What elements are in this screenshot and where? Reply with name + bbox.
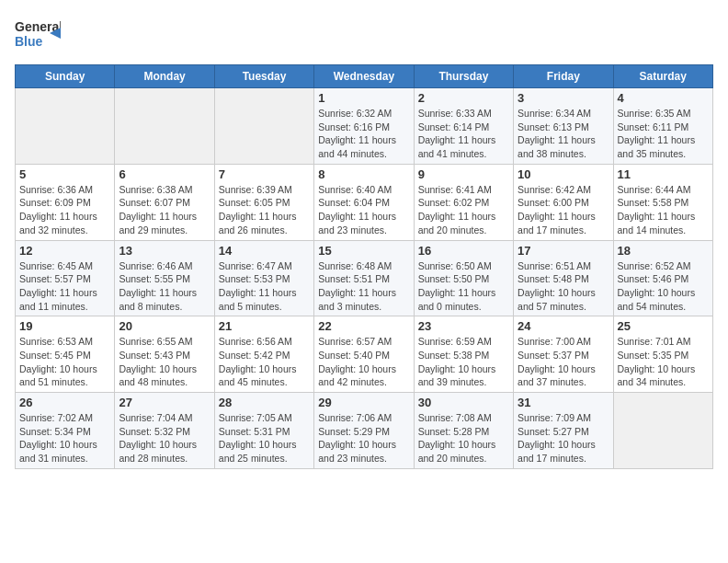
day-number: 14 [219, 244, 310, 258]
calendar-cell: 18Sunrise: 6:52 AM Sunset: 5:46 PM Dayli… [613, 240, 712, 316]
day-number: 11 [618, 167, 709, 181]
day-number: 15 [318, 244, 409, 258]
calendar-cell: 11Sunrise: 6:44 AM Sunset: 5:58 PM Dayli… [613, 164, 712, 240]
calendar-cell [214, 88, 313, 165]
calendar-cell: 14Sunrise: 6:47 AM Sunset: 5:53 PM Dayli… [214, 240, 313, 316]
day-number: 29 [318, 396, 409, 409]
day-info: Sunrise: 6:47 AM Sunset: 5:53 PM Dayligh… [219, 259, 310, 314]
logo-icon: General Blue [15, 15, 61, 55]
day-number: 30 [418, 396, 509, 409]
calendar-cell: 9Sunrise: 6:41 AM Sunset: 6:02 PM Daylig… [414, 164, 513, 240]
day-info: Sunrise: 6:41 AM Sunset: 6:02 PM Dayligh… [418, 183, 509, 237]
day-number: 18 [618, 244, 709, 258]
calendar-cell: 8Sunrise: 6:40 AM Sunset: 6:04 PM Daylig… [314, 164, 414, 240]
calendar-cell: 16Sunrise: 6:50 AM Sunset: 5:50 PM Dayli… [414, 240, 513, 316]
calendar-cell: 7Sunrise: 6:39 AM Sunset: 6:05 PM Daylig… [214, 164, 313, 240]
day-number: 12 [19, 244, 110, 258]
svg-text:Blue: Blue [15, 34, 43, 49]
calendar-week-3: 12Sunrise: 6:45 AM Sunset: 5:57 PM Dayli… [16, 240, 713, 316]
day-number: 24 [518, 319, 609, 333]
calendar-cell [115, 88, 214, 165]
calendar-cell: 17Sunrise: 6:51 AM Sunset: 5:48 PM Dayli… [514, 240, 613, 316]
day-info: Sunrise: 6:44 AM Sunset: 5:58 PM Dayligh… [618, 183, 709, 237]
calendar-cell: 13Sunrise: 6:46 AM Sunset: 5:55 PM Dayli… [115, 240, 214, 316]
calendar-cell: 12Sunrise: 6:45 AM Sunset: 5:57 PM Dayli… [16, 240, 115, 316]
day-info: Sunrise: 6:56 AM Sunset: 5:42 PM Dayligh… [219, 335, 310, 389]
calendar-cell: 27Sunrise: 7:04 AM Sunset: 5:32 PM Dayli… [115, 393, 214, 469]
day-info: Sunrise: 7:02 AM Sunset: 5:34 PM Dayligh… [19, 411, 110, 465]
day-info: Sunrise: 6:59 AM Sunset: 5:38 PM Dayligh… [418, 335, 509, 389]
day-info: Sunrise: 6:46 AM Sunset: 5:55 PM Dayligh… [119, 259, 210, 314]
calendar-cell: 28Sunrise: 7:05 AM Sunset: 5:31 PM Dayli… [214, 393, 313, 469]
weekday-header-sunday: Sunday [16, 65, 115, 88]
day-info: Sunrise: 6:52 AM Sunset: 5:46 PM Dayligh… [618, 259, 709, 314]
calendar-cell: 10Sunrise: 6:42 AM Sunset: 6:00 PM Dayli… [514, 164, 613, 240]
day-info: Sunrise: 6:48 AM Sunset: 5:51 PM Dayligh… [318, 259, 409, 314]
day-number: 19 [19, 319, 110, 333]
calendar-week-2: 5Sunrise: 6:36 AM Sunset: 6:09 PM Daylig… [16, 164, 713, 240]
day-number: 9 [418, 167, 509, 181]
day-info: Sunrise: 6:33 AM Sunset: 6:14 PM Dayligh… [418, 107, 509, 161]
calendar-cell: 23Sunrise: 6:59 AM Sunset: 5:38 PM Dayli… [414, 316, 513, 393]
day-info: Sunrise: 6:32 AM Sunset: 6:16 PM Dayligh… [318, 107, 409, 161]
day-number: 16 [418, 244, 509, 258]
day-info: Sunrise: 7:09 AM Sunset: 5:27 PM Dayligh… [518, 411, 609, 465]
day-number: 31 [518, 396, 609, 409]
day-number: 27 [119, 396, 210, 409]
page-header: General Blue [15, 15, 713, 55]
day-number: 22 [318, 319, 409, 333]
weekday-header-saturday: Saturday [613, 65, 712, 88]
day-info: Sunrise: 6:36 AM Sunset: 6:09 PM Dayligh… [19, 183, 110, 237]
day-number: 20 [119, 319, 210, 333]
calendar-cell: 20Sunrise: 6:55 AM Sunset: 5:43 PM Dayli… [115, 316, 214, 393]
calendar-week-4: 19Sunrise: 6:53 AM Sunset: 5:45 PM Dayli… [16, 316, 713, 393]
day-info: Sunrise: 7:05 AM Sunset: 5:31 PM Dayligh… [219, 411, 310, 465]
calendar-cell: 5Sunrise: 6:36 AM Sunset: 6:09 PM Daylig… [16, 164, 115, 240]
day-info: Sunrise: 7:06 AM Sunset: 5:29 PM Dayligh… [318, 411, 409, 465]
calendar-cell: 30Sunrise: 7:08 AM Sunset: 5:28 PM Dayli… [414, 393, 513, 469]
day-info: Sunrise: 6:39 AM Sunset: 6:05 PM Dayligh… [219, 183, 310, 237]
day-info: Sunrise: 7:01 AM Sunset: 5:35 PM Dayligh… [618, 335, 709, 389]
day-number: 17 [518, 244, 609, 258]
calendar-cell: 19Sunrise: 6:53 AM Sunset: 5:45 PM Dayli… [16, 316, 115, 393]
day-info: Sunrise: 6:35 AM Sunset: 6:11 PM Dayligh… [618, 107, 709, 161]
day-info: Sunrise: 6:53 AM Sunset: 5:45 PM Dayligh… [19, 335, 110, 389]
day-info: Sunrise: 6:55 AM Sunset: 5:43 PM Dayligh… [119, 335, 210, 389]
calendar-cell: 25Sunrise: 7:01 AM Sunset: 5:35 PM Dayli… [613, 316, 712, 393]
weekday-header-wednesday: Wednesday [314, 65, 414, 88]
weekday-header-row: SundayMondayTuesdayWednesdayThursdayFrid… [16, 65, 713, 88]
day-number: 26 [19, 396, 110, 409]
logo: General Blue [15, 15, 61, 55]
day-number: 21 [219, 319, 310, 333]
calendar-cell [16, 88, 115, 165]
day-info: Sunrise: 6:42 AM Sunset: 6:00 PM Dayligh… [518, 183, 609, 237]
calendar-header: SundayMondayTuesdayWednesdayThursdayFrid… [16, 65, 713, 88]
day-info: Sunrise: 7:00 AM Sunset: 5:37 PM Dayligh… [518, 335, 609, 389]
day-info: Sunrise: 6:50 AM Sunset: 5:50 PM Dayligh… [418, 259, 509, 314]
weekday-header-thursday: Thursday [414, 65, 513, 88]
day-number: 5 [19, 167, 110, 181]
day-number: 23 [418, 319, 509, 333]
weekday-header-friday: Friday [514, 65, 613, 88]
weekday-header-monday: Monday [115, 65, 214, 88]
day-number: 8 [318, 167, 409, 181]
day-number: 3 [518, 91, 609, 105]
calendar-body: 1Sunrise: 6:32 AM Sunset: 6:16 PM Daylig… [16, 88, 713, 469]
calendar-cell: 29Sunrise: 7:06 AM Sunset: 5:29 PM Dayli… [314, 393, 414, 469]
calendar-cell: 2Sunrise: 6:33 AM Sunset: 6:14 PM Daylig… [414, 88, 513, 165]
calendar-cell: 22Sunrise: 6:57 AM Sunset: 5:40 PM Dayli… [314, 316, 414, 393]
calendar-cell: 3Sunrise: 6:34 AM Sunset: 6:13 PM Daylig… [514, 88, 613, 165]
day-info: Sunrise: 7:04 AM Sunset: 5:32 PM Dayligh… [119, 411, 210, 465]
day-info: Sunrise: 6:38 AM Sunset: 6:07 PM Dayligh… [119, 183, 210, 237]
day-info: Sunrise: 6:45 AM Sunset: 5:57 PM Dayligh… [19, 259, 110, 314]
day-number: 6 [119, 167, 210, 181]
calendar-cell: 6Sunrise: 6:38 AM Sunset: 6:07 PM Daylig… [115, 164, 214, 240]
day-info: Sunrise: 6:51 AM Sunset: 5:48 PM Dayligh… [518, 259, 609, 314]
calendar-table: SundayMondayTuesdayWednesdayThursdayFrid… [15, 64, 713, 469]
calendar-week-1: 1Sunrise: 6:32 AM Sunset: 6:16 PM Daylig… [16, 88, 713, 165]
day-number: 13 [119, 244, 210, 258]
day-number: 25 [618, 319, 709, 333]
calendar-cell: 31Sunrise: 7:09 AM Sunset: 5:27 PM Dayli… [514, 393, 613, 469]
weekday-header-tuesday: Tuesday [214, 65, 313, 88]
calendar-cell: 4Sunrise: 6:35 AM Sunset: 6:11 PM Daylig… [613, 88, 712, 165]
